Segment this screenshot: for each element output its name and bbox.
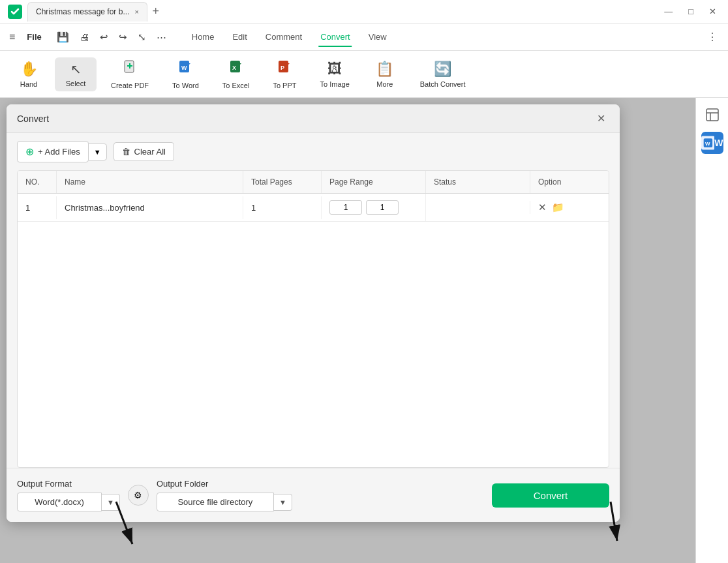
right-sidebar: W	[695, 98, 728, 563]
minimize-btn[interactable]: —	[660, 5, 676, 18]
to-excel-label: To Excel	[222, 82, 250, 89]
more-btn[interactable]: 📋 More	[364, 57, 406, 92]
col-header-name: Name	[57, 171, 243, 193]
convert-dialog: Convert ✕ ⊕ + Add Files ▼ 🗑 Clear All	[7, 104, 620, 522]
toolbar: ✋ Hand ↖ Select Create PDF W To Word	[0, 51, 728, 98]
col-header-no: NO.	[18, 171, 57, 193]
dialog-toolbar: ⊕ + Add Files ▼ 🗑 Clear All	[7, 133, 620, 170]
cell-no: 1	[18, 196, 57, 219]
format-dropdown-arrow-btn[interactable]: ▼	[102, 494, 120, 511]
tab-convert[interactable]: Convert	[311, 27, 359, 47]
menu-more-icon[interactable]: ⋮	[702, 28, 723, 46]
create-pdf-icon	[122, 59, 138, 79]
convert-action-btn[interactable]: Convert	[492, 483, 609, 508]
window-controls: — □ ✕	[660, 5, 720, 18]
open-folder-icon[interactable]: 📁	[552, 202, 564, 213]
format-select-group: Word(*.docx) ▼	[17, 493, 120, 511]
folder-dropdown-arrow-btn[interactable]: ▼	[274, 494, 292, 511]
undo-icon[interactable]: ↩	[97, 29, 112, 45]
hamburger-icon[interactable]: ≡	[5, 29, 19, 46]
sidebar-panel-icon[interactable]	[701, 103, 724, 127]
settings-btn[interactable]: ⚙	[128, 485, 149, 506]
tab-home[interactable]: Home	[183, 27, 224, 47]
to-ppt-btn[interactable]: P To PPT	[264, 55, 305, 93]
hand-icon: ✋	[20, 61, 38, 78]
close-btn[interactable]: ✕	[705, 5, 720, 18]
dialog-close-btn[interactable]: ✕	[593, 111, 609, 126]
to-excel-icon: X	[228, 59, 244, 79]
svg-text:X: X	[232, 65, 236, 71]
add-files-btn[interactable]: ⊕ + Add Files	[17, 141, 89, 162]
clear-all-label: Clear All	[134, 147, 166, 157]
folder-dropdown-btn[interactable]: Source file directory	[157, 493, 274, 511]
new-tab-btn[interactable]: +	[147, 3, 164, 20]
more-icon: 📋	[376, 61, 393, 78]
cell-name: Christmas...boyfriend	[57, 196, 243, 219]
tab-title: Christmas message for b...	[36, 7, 129, 16]
dialog-footer: Output Format Word(*.docx) ▼ ⚙ Output Fo…	[7, 468, 620, 522]
tab-comment[interactable]: Comment	[256, 27, 311, 47]
output-format-group: Output Format Word(*.docx) ▼	[17, 479, 120, 511]
col-header-page-range: Page Range	[322, 171, 426, 193]
to-excel-btn[interactable]: X To Excel	[213, 55, 259, 93]
batch-convert-label: Batch Convert	[420, 80, 466, 88]
document-area: Convert ✕ ⊕ + Add Files ▼ 🗑 Clear All	[0, 98, 695, 563]
file-menu[interactable]: File	[22, 29, 46, 44]
output-format-label: Output Format	[17, 479, 117, 489]
folder-select-group: Source file directory ▼	[157, 493, 292, 511]
format-value: Word(*.docx)	[35, 497, 84, 507]
save-icon[interactable]: 💾	[53, 29, 72, 45]
select-tool-btn[interactable]: ↖ Select	[55, 57, 97, 91]
create-pdf-label: Create PDF	[111, 82, 149, 89]
col-header-status: Status	[426, 171, 530, 193]
col-header-total-pages: Total Pages	[243, 171, 322, 193]
add-files-group: ⊕ + Add Files ▼	[17, 141, 107, 162]
maximize-btn[interactable]: □	[684, 5, 697, 18]
to-word-btn[interactable]: W To Word	[163, 55, 208, 93]
table-empty-area	[18, 222, 609, 404]
to-image-btn[interactable]: 🖼 To Image	[311, 57, 359, 92]
settings-icon: ⚙	[134, 490, 142, 500]
batch-convert-btn[interactable]: 🔄 Batch Convert	[411, 57, 475, 92]
tab-close-btn[interactable]: ×	[134, 8, 138, 16]
page-from-input[interactable]	[329, 200, 362, 215]
share-icon[interactable]: ⤡	[134, 29, 149, 45]
to-word-label: To Word	[172, 82, 199, 89]
create-pdf-btn[interactable]: Create PDF	[102, 55, 158, 93]
col-header-option: Option	[530, 171, 609, 193]
page-to-input[interactable]	[366, 200, 399, 215]
format-dropdown-btn[interactable]: Word(*.docx)	[17, 493, 102, 511]
to-word-icon: W	[177, 59, 193, 79]
svg-text:W: W	[181, 65, 187, 71]
more-quick-icon[interactable]: ⋯	[153, 29, 170, 45]
cell-option: ✕ 📁	[530, 195, 609, 220]
quick-actions: 💾 🖨 ↩ ↪ ⤡ ⋯	[50, 29, 174, 45]
more-label: More	[376, 80, 393, 88]
tab-view[interactable]: View	[359, 27, 396, 47]
to-image-icon: 🖼	[327, 61, 342, 78]
add-files-label: + Add Files	[38, 147, 80, 157]
to-image-label: To Image	[320, 80, 350, 88]
to-ppt-label: To PPT	[273, 82, 296, 89]
add-files-dropdown-btn[interactable]: ▼	[88, 144, 107, 160]
to-ppt-icon: P	[277, 59, 292, 79]
output-folder-label: Output Folder	[157, 479, 290, 489]
redo-icon[interactable]: ↪	[115, 29, 130, 45]
dialog-title: Convert	[17, 114, 49, 124]
cell-total-pages: 1	[243, 196, 322, 219]
browser-tab[interactable]: Christmas message for b... ×	[27, 2, 147, 22]
option-icons: ✕ 📁	[538, 202, 601, 213]
clear-all-btn[interactable]: 🗑 Clear All	[114, 142, 174, 161]
select-icon: ↖	[70, 61, 82, 77]
folder-value: Source file directory	[177, 497, 252, 507]
hand-label: Hand	[20, 80, 37, 88]
tab-edit[interactable]: Edit	[223, 27, 256, 47]
main-area: Convert ✕ ⊕ + Add Files ▼ 🗑 Clear All	[0, 98, 728, 563]
hand-tool-btn[interactable]: ✋ Hand	[8, 57, 50, 92]
cell-status	[426, 201, 530, 214]
files-table: NO. Name Total Pages Page Range Status O…	[17, 170, 609, 468]
modal-overlay: Convert ✕ ⊕ + Add Files ▼ 🗑 Clear All	[0, 98, 695, 563]
select-label: Select	[66, 80, 86, 87]
print-icon[interactable]: 🖨	[76, 29, 93, 44]
delete-file-icon[interactable]: ✕	[538, 202, 547, 213]
